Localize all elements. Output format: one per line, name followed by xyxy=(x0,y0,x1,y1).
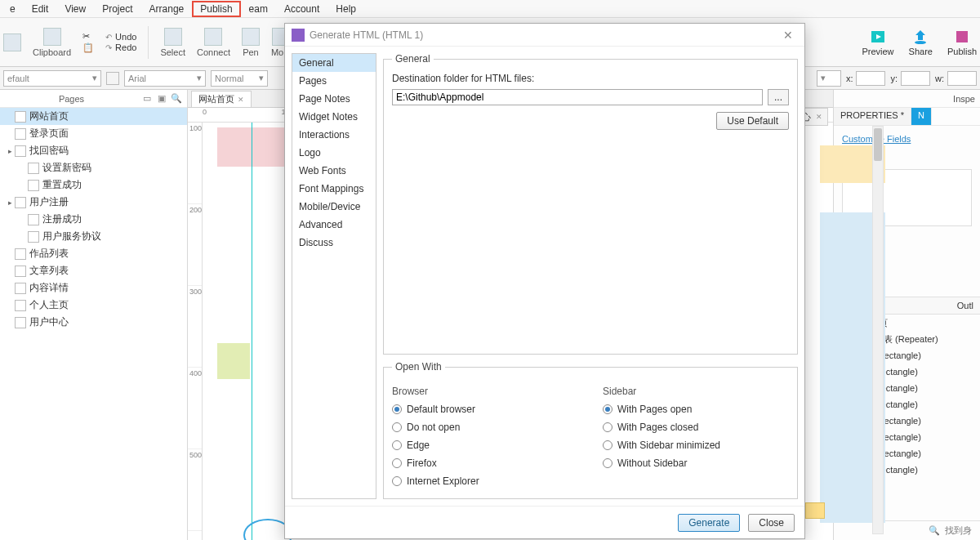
close-icon[interactable]: ✕ xyxy=(778,27,798,43)
tab-properties[interactable]: PROPERTIES * xyxy=(834,108,911,125)
find-row: 🔍 找到身 xyxy=(834,520,980,540)
redo-label: Redo xyxy=(115,42,136,52)
outline-header: Outl xyxy=(957,301,973,310)
canvas-guide[interactable] xyxy=(252,123,252,540)
publish-button[interactable]: Publish xyxy=(947,29,977,56)
dialog-side-font-mappings[interactable]: Font Mappings xyxy=(292,180,376,198)
menu-view[interactable]: View xyxy=(56,1,94,17)
y-input[interactable] xyxy=(901,71,930,86)
browse-button[interactable]: ... xyxy=(768,89,789,105)
canvas-shape-green[interactable] xyxy=(217,343,250,379)
browser-option[interactable]: Firefox xyxy=(392,454,578,472)
pages-tree[interactable]: 网站首页登录页面▸找回密码设置新密码重置成功▸用户注册注册成功用户服务协议作品列… xyxy=(0,108,187,540)
dialog-side-discuss[interactable]: Discuss xyxy=(292,234,376,252)
format-painter-icon[interactable] xyxy=(106,72,119,85)
page-item[interactable]: 重置成功 xyxy=(0,176,187,194)
add-folder-icon[interactable]: ▣ xyxy=(156,93,167,105)
menu-eam[interactable]: eam xyxy=(241,1,276,17)
tool-cutcopy[interactable]: ✂ 📋 xyxy=(82,31,94,53)
menu-account[interactable]: Account xyxy=(276,1,327,17)
dialog-side-interactions[interactable]: Interactions xyxy=(292,126,376,144)
weight-select[interactable]: Normal▾ xyxy=(211,70,268,87)
menu-project[interactable]: Project xyxy=(94,1,140,17)
menu-publish[interactable]: Publish xyxy=(192,1,240,17)
page-item[interactable]: 登录页面 xyxy=(0,125,187,142)
svg-point-1 xyxy=(915,41,926,44)
page-item[interactable]: ▸找回密码 xyxy=(0,142,187,159)
dest-folder-input[interactable] xyxy=(392,89,763,105)
page-item[interactable]: 个人主页 xyxy=(0,297,187,314)
dialog-sidebar[interactable]: GeneralPagesPage NotesWidget NotesIntera… xyxy=(292,53,376,499)
sidebar-col-label: Sidebar xyxy=(603,386,789,397)
tool-connect[interactable]: Connect xyxy=(197,28,230,57)
font-select[interactable]: Arial▾ xyxy=(124,70,206,87)
browser-option[interactable]: Default browser xyxy=(392,400,578,418)
search-icon[interactable]: 🔍 xyxy=(929,525,940,536)
ruler-vertical: 100200300400500 xyxy=(188,123,203,540)
add-page-icon[interactable]: ▭ xyxy=(141,93,153,105)
preview-button[interactable]: Preview xyxy=(862,29,893,56)
redo-button[interactable]: ↷Redo xyxy=(105,42,136,52)
tool-new[interactable] xyxy=(3,33,21,51)
sidebar-option[interactable]: With Pages closed xyxy=(603,418,789,436)
sidebar-option[interactable]: Without Sidebar xyxy=(603,454,789,472)
tab-notes[interactable]: N xyxy=(911,108,932,125)
x-input[interactable] xyxy=(856,71,885,86)
dialog-side-web-fonts[interactable]: Web Fonts xyxy=(292,162,376,180)
dialog-side-general[interactable]: General xyxy=(292,54,376,72)
dialog-side-widget-notes[interactable]: Widget Notes xyxy=(292,108,376,126)
page-item[interactable]: ▸用户注册 xyxy=(0,194,187,211)
preview-label: Preview xyxy=(862,47,893,56)
page-item[interactable]: 网站首页 xyxy=(0,108,187,125)
inspector-header: Inspe xyxy=(953,94,975,104)
menu-bar: eEditViewProjectArrangePublisheamAccount… xyxy=(0,0,980,18)
sidebar-option[interactable]: With Sidebar minimized xyxy=(603,436,789,454)
use-default-button[interactable]: Use Default xyxy=(716,112,789,130)
undo-label: Undo xyxy=(115,32,136,42)
page-item[interactable]: 设置新密码 xyxy=(0,159,187,176)
tool-clipboard[interactable]: Clipboard xyxy=(33,28,71,57)
page-item[interactable]: 作品列表 xyxy=(0,245,187,262)
search-icon[interactable]: 🔍 xyxy=(171,93,182,105)
dialog-side-logo[interactable]: Logo xyxy=(292,144,376,162)
w-input[interactable] xyxy=(947,71,977,86)
canvas-tab[interactable]: 网站首页✕ xyxy=(191,91,252,107)
general-legend: General xyxy=(392,53,434,65)
undo-button[interactable]: ↶Undo xyxy=(105,32,136,42)
menu-help[interactable]: Help xyxy=(327,1,364,17)
bg-note-icon xyxy=(805,502,825,519)
pen-label: Pen xyxy=(243,47,259,57)
share-button[interactable]: Share xyxy=(909,29,933,56)
dialog-titlebar: Generate HTML (HTML 1) ✕ xyxy=(285,24,804,47)
x-label: x: xyxy=(846,74,853,83)
dialog-side-advanced[interactable]: Advanced xyxy=(292,216,376,234)
dialog-side-mobile-device[interactable]: Mobile/Device xyxy=(292,198,376,216)
generate-button[interactable]: Generate xyxy=(678,514,740,532)
canvas-shape-pink[interactable] xyxy=(217,127,287,167)
page-item[interactable]: 文章列表 xyxy=(0,262,187,279)
browser-option[interactable]: Internet Explorer xyxy=(392,472,578,490)
page-item[interactable]: 注册成功 xyxy=(0,211,187,228)
find-label: 找到身 xyxy=(945,524,972,537)
browser-option[interactable]: Do not open xyxy=(392,418,578,436)
menu-arrange[interactable]: Arrange xyxy=(141,1,193,17)
style-select[interactable]: efault▾ xyxy=(3,70,101,87)
share-label: Share xyxy=(909,47,933,56)
menu-e[interactable]: e xyxy=(2,1,24,17)
page-item[interactable]: 用户中心 xyxy=(0,314,187,331)
tool-pen[interactable]: Pen xyxy=(242,28,260,57)
close-button[interactable]: Close xyxy=(748,514,795,532)
menu-edit[interactable]: Edit xyxy=(24,1,57,17)
dialog-side-page-notes[interactable]: Page Notes xyxy=(292,90,376,108)
browser-option[interactable]: Edge xyxy=(392,436,578,454)
page-item[interactable]: 内容详情 xyxy=(0,279,187,297)
openwith-group: Open With Browser Default browserDo not … xyxy=(383,361,798,499)
sidebar-option[interactable]: With Pages open xyxy=(603,400,789,418)
tool-select[interactable]: Select xyxy=(160,28,185,57)
dialog-side-pages[interactable]: Pages xyxy=(292,72,376,90)
svg-rect-2 xyxy=(956,31,968,42)
page-item[interactable]: 用户服务协议 xyxy=(0,228,187,245)
zoom-select[interactable]: ▾ xyxy=(817,70,841,87)
publish-label: Publish xyxy=(947,47,977,56)
canvas-scrollbar[interactable] xyxy=(872,126,884,534)
